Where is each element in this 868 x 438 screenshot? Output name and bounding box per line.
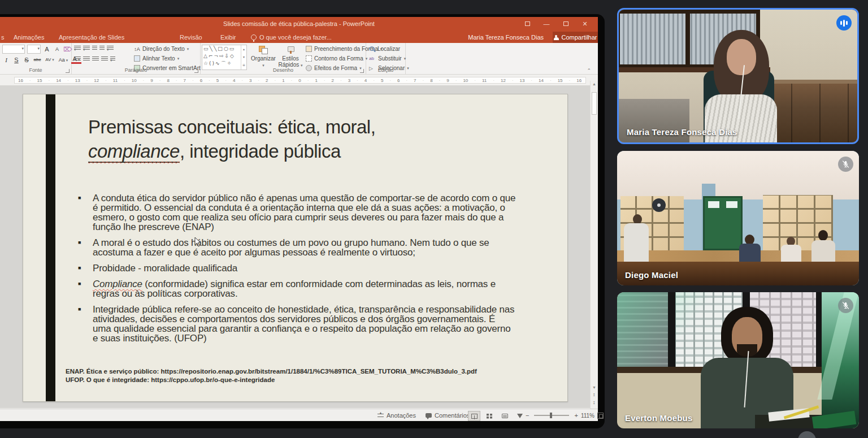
shrink-font-icon[interactable]: A xyxy=(53,46,61,52)
bullet-item: ■ Probidade - moralidade qualificada xyxy=(78,263,516,273)
notes-button[interactable]: Anotações xyxy=(377,409,416,422)
font-name-combobox[interactable] xyxy=(2,45,25,54)
shape-outline-icon xyxy=(306,55,312,62)
zoom-slider-thumb[interactable] xyxy=(550,413,552,418)
bullet-marker: ■ xyxy=(78,305,93,343)
minimize-icon[interactable]: — xyxy=(541,19,552,28)
clear-formatting-icon[interactable]: ⌦ xyxy=(63,46,71,53)
powerpoint-statusbar: Anotações Comentários − + 111% xyxy=(0,409,598,421)
group-label-paragraph: Parágrafo xyxy=(72,67,200,73)
slide-sorter-icon xyxy=(487,414,492,419)
font-size-combobox[interactable] xyxy=(27,45,41,54)
tab-apresentacao-de-slides[interactable]: Apresentação de Slides xyxy=(59,32,124,43)
ribbon-tab-bar: s Animações Apresentação de Slides Revis… xyxy=(0,32,598,43)
video-feed xyxy=(617,151,859,285)
quick-styles-icon xyxy=(287,46,294,54)
columns-icon[interactable] xyxy=(110,57,115,62)
tab-animacoes[interactable]: Animações xyxy=(14,32,44,43)
collapse-ribbon-icon[interactable]: ⌃ xyxy=(587,68,591,73)
bullet-item: ■ Compliance (conformidade) significa es… xyxy=(78,279,516,298)
decrease-indent-icon[interactable] xyxy=(92,46,97,51)
zoom-slider[interactable] xyxy=(534,415,569,416)
window-title: Slides comissão de ética pública-palestr… xyxy=(0,20,598,27)
scrollbar-thumb[interactable] xyxy=(592,92,597,115)
bullet-marker: ■ xyxy=(78,238,93,257)
shape-icons-row: △⌐¬⇨⇩◇ xyxy=(202,53,246,60)
increase-indent-icon[interactable] xyxy=(99,46,105,51)
text-direction-icon: ↕A xyxy=(134,46,140,52)
participant-name: Maria Tereza Fonseca Dias xyxy=(627,127,737,137)
group-label-drawing: Desenho xyxy=(201,67,366,73)
bullet-marker: ■ xyxy=(78,279,93,298)
change-case-icon[interactable]: Aa xyxy=(58,57,69,63)
mouse-cursor-icon xyxy=(194,237,202,247)
ribbon-group-drawing: ▭╲╲□○▭ △⌐¬⇨⇩◇ ☆()∿⌒✧ ▴▾≡ Organizar Estil… xyxy=(201,43,366,74)
participant-tile-everton[interactable]: Everton Moebus xyxy=(617,292,859,428)
shapes-gallery[interactable]: ▭╲╲□○▭ △⌐¬⇨⇩◇ ☆()∿⌒✧ ▴▾≡ xyxy=(202,45,247,70)
bullet-marker: ■ xyxy=(78,193,93,232)
zoom-level[interactable]: 111% xyxy=(581,413,594,419)
microphone-muted-icon xyxy=(838,298,853,313)
close-icon[interactable]: ✕ xyxy=(580,19,590,28)
search-icon xyxy=(369,46,375,52)
tab-partial[interactable]: s xyxy=(1,32,5,43)
slide-title-emphasis: compliance xyxy=(88,141,180,163)
find-button[interactable]: Localizar xyxy=(369,44,409,54)
bullet-list-icon[interactable] xyxy=(74,46,81,51)
align-left-icon[interactable] xyxy=(74,57,81,62)
tab-revisao[interactable]: Revisão xyxy=(180,32,202,43)
scroll-down-icon[interactable]: ▼ xyxy=(591,385,598,389)
character-spacing-icon[interactable]: AV xyxy=(44,57,55,62)
dialog-launcher-icon[interactable] xyxy=(194,69,198,73)
participant-name: Diego Maciel xyxy=(625,270,678,280)
video-feed xyxy=(619,10,857,142)
participant-tile-diego[interactable]: Diego Maciel xyxy=(617,151,859,285)
text-direction-button[interactable]: ↕A Direção do Texto xyxy=(134,44,205,54)
justify-icon[interactable] xyxy=(101,57,108,62)
tell-me-box[interactable]: O que você deseja fazer... xyxy=(251,32,332,43)
underline-icon[interactable]: S xyxy=(12,57,20,63)
line-spacing-icon[interactable] xyxy=(107,46,114,51)
text-shadow-icon[interactable]: abc xyxy=(33,57,42,62)
zoom-controls: − + 111% xyxy=(526,409,604,422)
scroll-up-icon[interactable]: ▲ xyxy=(591,82,598,86)
normal-view-button[interactable] xyxy=(468,411,480,421)
group-label-font: Fonte xyxy=(0,67,71,73)
vertical-scrollbar[interactable]: ▲ ▼ ↥ ↧ xyxy=(590,81,598,409)
replace-button[interactable]: ab Substituir xyxy=(369,54,409,63)
zoom-out-icon[interactable]: − xyxy=(526,412,529,419)
align-text-button[interactable]: Alinhar Texto xyxy=(134,54,205,63)
numbered-list-icon[interactable] xyxy=(83,46,90,51)
zoom-in-icon[interactable]: + xyxy=(574,412,578,419)
ribbon-display-options-icon[interactable] xyxy=(522,19,532,28)
participant-name: Everton Moebus xyxy=(625,413,692,423)
align-text-icon xyxy=(134,55,140,62)
strikethrough-icon[interactable]: S xyxy=(23,57,31,63)
bullet-item: ■ A moral é o estudo dos hábitos ou cost… xyxy=(78,238,516,257)
slide-sorter-button[interactable] xyxy=(483,411,496,421)
next-slide-icon[interactable]: ↧ xyxy=(591,401,598,405)
grow-font-icon[interactable]: A xyxy=(43,46,51,53)
share-button[interactable]: Compartilhar xyxy=(553,32,598,43)
replace-icon: ab xyxy=(369,56,376,61)
slideshow-button[interactable] xyxy=(514,411,526,421)
shapes-gallery-scroll[interactable]: ▴▾≡ xyxy=(241,45,246,70)
ruler-row: 16·15·14·13·12·11·10·9·8·7·6·5·4·3·2·1·0… xyxy=(0,75,598,85)
person-icon xyxy=(554,35,559,40)
align-center-icon[interactable] xyxy=(83,57,90,62)
scroll-more-indicator[interactable] xyxy=(798,431,816,438)
italic-icon[interactable]: I xyxy=(2,57,10,63)
previous-slide-icon[interactable]: ↥ xyxy=(591,393,598,397)
comments-button[interactable]: Comentários xyxy=(426,409,470,422)
participant-tile-maria[interactable]: Maria Tereza Fonseca Dias xyxy=(617,8,859,144)
restore-icon[interactable] xyxy=(561,19,571,28)
align-right-icon[interactable] xyxy=(92,57,99,62)
dialog-launcher-icon[interactable] xyxy=(360,69,364,73)
tab-exibir[interactable]: Exibir xyxy=(220,32,236,43)
lightbulb-icon xyxy=(251,34,257,40)
fit-to-window-icon[interactable] xyxy=(597,413,604,419)
slide-canvas: Premissas conceituais: ética, moral, com… xyxy=(0,85,590,408)
speaking-indicator-icon xyxy=(836,15,852,31)
reading-view-button[interactable] xyxy=(498,411,511,421)
dialog-launcher-icon[interactable] xyxy=(66,69,70,73)
